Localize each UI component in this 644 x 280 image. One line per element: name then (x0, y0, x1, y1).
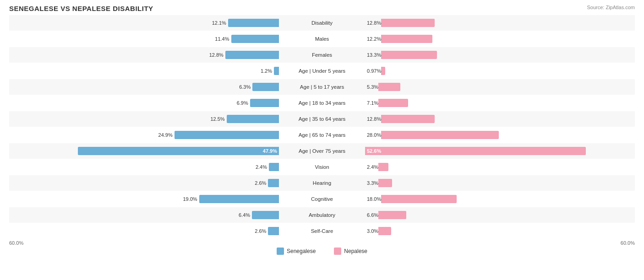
bar-label: Ambulatory (281, 212, 363, 218)
chart-row: 12.8%Females13.3% (9, 47, 635, 63)
bar-blue (231, 35, 279, 43)
bar-value-left: 1.2% (261, 68, 272, 74)
bar-value-left: 6.9% (237, 100, 248, 106)
bar-label: Age | Over 75 years (281, 148, 363, 154)
bar-value-left: 24.9% (158, 132, 173, 138)
axis-label-left: 60.0% (9, 240, 23, 246)
bar-pink: 52.6% (365, 147, 586, 155)
bar-blue (199, 195, 279, 203)
bar-right-side: 52.6% (363, 147, 635, 155)
bar-pink (381, 35, 432, 43)
bar-right-side: 3.3% (363, 179, 635, 187)
bar-label: Cognitive (281, 196, 363, 202)
chart-row: 12.5%Age | 35 to 64 years12.8% (9, 111, 635, 127)
bar-value-right: 6.6% (367, 212, 378, 218)
bar-label: Vision (281, 164, 363, 170)
chart-row: 2.6%Hearing3.3% (9, 175, 635, 191)
bar-label: Disability (281, 20, 363, 26)
axis-label-right: 60.0% (621, 240, 635, 246)
bar-pink (381, 67, 385, 75)
bar-value-right: 5.3% (367, 84, 378, 90)
bar-right-side: 13.3% (363, 51, 635, 59)
bar-value-right: 28.0% (367, 132, 381, 138)
bar-label: Age | 5 to 17 years (281, 84, 363, 90)
chart-row: 1.2%Age | Under 5 years0.97% (9, 63, 635, 79)
bar-left-side: 6.3% (9, 83, 281, 91)
bar-right-side: 6.6% (363, 211, 635, 219)
bar-value-left: 2.4% (256, 164, 267, 170)
bar-left-side: 12.1% (9, 19, 281, 27)
bar-blue (268, 179, 279, 187)
bar-left-side: 6.9% (9, 99, 281, 107)
bar-value-right: 3.0% (367, 228, 378, 234)
chart-container: SENEGALESE VS NEPALESE DISABILITY Source… (0, 0, 644, 280)
bar-left-side: 47.9% (9, 147, 281, 155)
bar-value-right: 12.8% (367, 20, 381, 26)
bar-right-side: 18.0% (363, 195, 635, 203)
bar-label: Females (281, 52, 363, 58)
bar-pink (381, 195, 457, 203)
bar-value-right: 18.0% (367, 196, 381, 202)
bar-blue (268, 227, 279, 235)
chart-row: 19.0%Cognitive18.0% (9, 191, 635, 207)
bar-label: Age | 35 to 64 years (281, 116, 363, 122)
chart-row: 6.9%Age | 18 to 34 years7.1% (9, 95, 635, 111)
bar-label: Males (281, 36, 363, 42)
bar-left-side: 12.8% (9, 51, 281, 59)
bar-value-left: 12.8% (209, 52, 224, 58)
bar-value-left: 12.5% (210, 116, 224, 122)
bar-label: Age | Under 5 years (281, 68, 363, 74)
bar-value-left: 19.0% (183, 196, 197, 202)
bar-value-left: 2.6% (255, 228, 266, 234)
legend-senegalese-box (277, 248, 284, 255)
chart-row: 11.4%Males12.2% (9, 31, 635, 47)
bar-right-side: 7.1% (363, 99, 635, 107)
bar-blue (227, 115, 279, 123)
chart-title: SENEGALESE VS NEPALESE DISABILITY (9, 5, 635, 12)
bar-value-right: 12.2% (367, 36, 381, 42)
bar-value-left: 12.1% (212, 20, 226, 26)
bar-pink (381, 51, 437, 59)
bar-pink (378, 83, 400, 91)
chart-row: 2.4%Vision2.4% (9, 159, 635, 175)
chart-row: 12.1%Disability12.8% (9, 15, 635, 31)
legend-nepalese-box (334, 248, 341, 255)
bar-left-side: 12.5% (9, 115, 281, 123)
bar-value-right: 2.4% (367, 164, 378, 170)
bar-right-side: 2.4% (363, 163, 635, 171)
bar-blue (252, 83, 279, 91)
bars-wrapper: 12.1%Disability12.8%11.4%Males12.2%12.8%… (9, 15, 635, 239)
bar-value-right: 0.97% (367, 68, 381, 74)
legend-nepalese: Nepalese (334, 248, 367, 255)
bar-blue (250, 99, 279, 107)
bar-right-side: 28.0% (363, 131, 635, 139)
axis-labels: 60.0% 60.0% (9, 240, 635, 246)
bar-value-left: 6.4% (239, 212, 250, 218)
legend-senegalese: Senegalese (277, 248, 316, 255)
bar-value-left-inside: 47.9% (263, 148, 277, 154)
legend-senegalese-label: Senegalese (287, 248, 316, 254)
bar-blue (175, 131, 279, 139)
bar-right-side: 12.8% (363, 115, 635, 123)
bar-right-side: 5.3% (363, 83, 635, 91)
source-label: Source: ZipAtlas.com (587, 5, 635, 10)
bar-left-side: 6.4% (9, 211, 281, 219)
bar-pink (378, 99, 408, 107)
chart-row: 6.4%Ambulatory6.6% (9, 207, 635, 223)
bar-label: Age | 65 to 74 years (281, 132, 363, 138)
bar-left-side: 2.6% (9, 179, 281, 187)
bar-left-side: 2.6% (9, 227, 281, 235)
legend: Senegalese Nepalese (9, 248, 635, 255)
bar-value-right-inside: 52.6% (367, 148, 381, 154)
bar-left-side: 11.4% (9, 35, 281, 43)
bar-pink (381, 131, 499, 139)
bar-label: Hearing (281, 180, 363, 186)
bar-value-left: 6.3% (239, 84, 251, 90)
chart-row: 47.9%Age | Over 75 years52.6% (9, 143, 635, 159)
chart-row: 6.3%Age | 5 to 17 years5.3% (9, 79, 635, 95)
bar-blue (228, 19, 279, 27)
chart-row: 2.6%Self-Care3.0% (9, 223, 635, 239)
bar-right-side: 0.97% (363, 67, 635, 75)
bar-pink (378, 179, 392, 187)
bar-blue (269, 163, 279, 171)
